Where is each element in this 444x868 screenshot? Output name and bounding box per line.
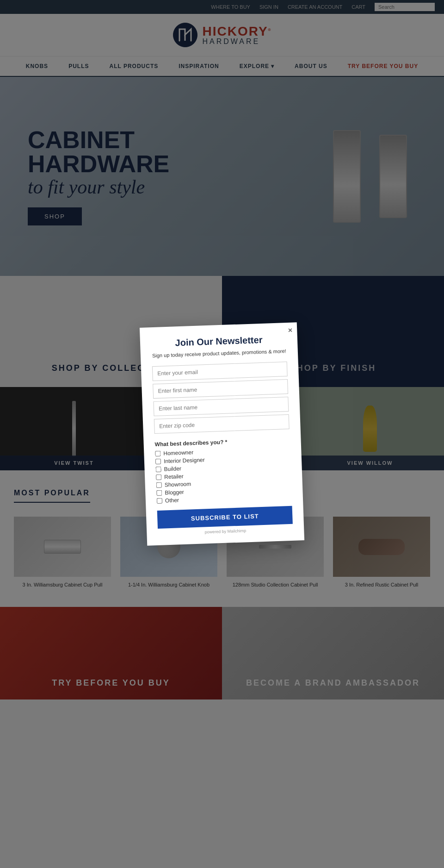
powered-by: powered by Mailchimp [158,527,293,536]
checkbox-group: Homeowner Interior Designer Builder Reta… [155,446,292,504]
checkbox-retailer-label: Retailer [164,473,184,480]
checkbox-homeowner-label: Homeowner [163,449,193,456]
checkbox-builder-label: Builder [164,465,181,472]
checkbox-other-input[interactable] [157,498,162,503]
modal-title: Join Our Newsletter [151,334,287,349]
checkbox-retailer-input[interactable] [156,474,161,480]
modal-subtitle: Sign up today receive product updates, p… [152,347,287,360]
checkbox-homeowner-input[interactable] [155,450,160,456]
email-input[interactable] [152,362,288,381]
checkbox-interior-designer-input[interactable] [155,458,161,464]
checkbox-showroom-label: Showroom [165,481,191,488]
checkbox-other-label: Other [165,497,179,504]
checkbox-blogger-input[interactable] [156,490,162,495]
checkbox-blogger-label: Blogger [165,489,184,496]
checkbox-showroom-input[interactable] [156,482,162,487]
modal-overlay[interactable]: × Join Our Newsletter Sign up today rece… [0,0,444,699]
newsletter-modal: × Join Our Newsletter Sign up today rece… [140,322,304,545]
first-name-input[interactable] [153,379,288,399]
zip-input[interactable] [154,414,290,434]
checkbox-builder-input[interactable] [155,466,161,472]
last-name-input[interactable] [153,397,289,416]
modal-close-button[interactable]: × [288,326,293,335]
checkbox-interior-designer-label: Interior Designer [164,456,205,464]
subscribe-button[interactable]: Subscribe to list [157,506,293,529]
